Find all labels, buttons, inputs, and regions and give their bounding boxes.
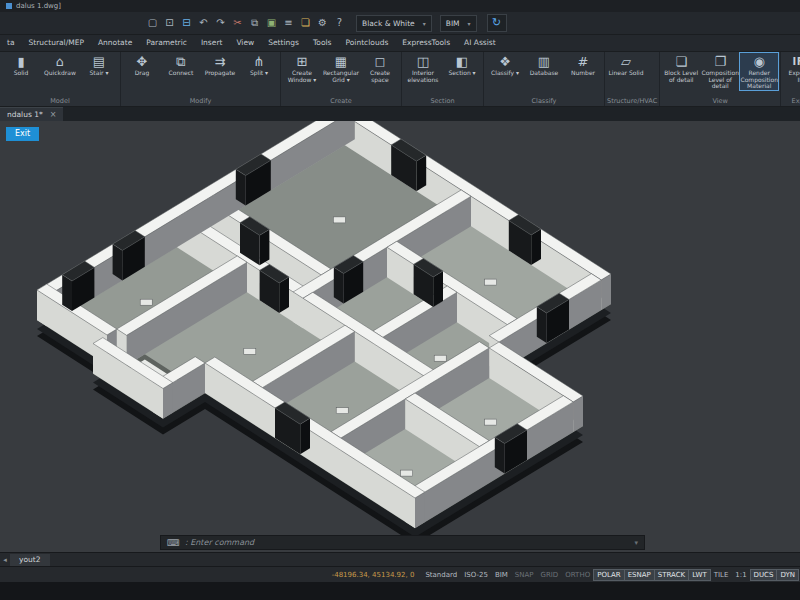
copy-icon[interactable]: ⧉ xyxy=(246,15,263,31)
ribbon-buttons-row: ◫Interior elevations◧Section ▾ xyxy=(404,53,481,96)
ribbon-button-connect[interactable]: ⧉Connect xyxy=(162,53,200,77)
menu-tab-view[interactable]: View xyxy=(229,35,261,51)
ribbon-button-split[interactable]: ⋔Split ▾ xyxy=(240,53,278,77)
status-toggle-bim[interactable]: BIM xyxy=(492,570,511,580)
rectangular-grid-icon: ▦ xyxy=(335,54,347,70)
ribbon-button-label: Block Level of detail xyxy=(663,70,699,83)
menu-tab-ta[interactable]: ta xyxy=(0,35,22,51)
viewport-canvas[interactable] xyxy=(0,121,800,552)
close-icon[interactable]: × xyxy=(50,108,57,121)
status-toggle-snap[interactable]: SNAP xyxy=(512,570,537,580)
ribbon-button-drag[interactable]: ✥Drag xyxy=(123,53,161,77)
undo-icon[interactable]: ↶ xyxy=(195,15,212,31)
ribbon-group-model: ▮Solid⌂Quickdraw▤Stair ▾Model xyxy=(0,52,121,106)
exit-button[interactable]: Exit xyxy=(6,127,39,141)
status-toggle-ortho[interactable]: ORTHO xyxy=(562,570,593,580)
redo-icon[interactable]: ↷ xyxy=(212,15,229,31)
document-tab-bar: ndalus 1* × xyxy=(0,107,800,121)
split-icon: ⋔ xyxy=(254,54,265,70)
ribbon-button-label: Composition Level of detail xyxy=(701,70,738,90)
status-toggle-lwt[interactable]: LWT xyxy=(689,570,709,580)
layers-icon[interactable]: ❏ xyxy=(297,15,314,31)
menu-tab-expresstools[interactable]: ExpressTools xyxy=(395,35,457,51)
menu-tab-tools[interactable]: Tools xyxy=(306,35,338,51)
visual-style-dropdown[interactable]: Black & White ▾ xyxy=(356,15,432,32)
ribbon-button-composition-level-of-detail[interactable]: ❐Composition Level of detail xyxy=(701,53,739,90)
sync-icon[interactable]: ↻ xyxy=(487,14,507,32)
ribbon-button-solid[interactable]: ▮Solid xyxy=(2,53,40,77)
menu-tab-insert[interactable]: Insert xyxy=(194,35,230,51)
ribbon-button-export-to-ifc[interactable]: IFCExport to IFC xyxy=(783,53,800,83)
menu-tab-annotate[interactable]: Annotate xyxy=(91,35,139,51)
ribbon-button-linear-solid[interactable]: ▱Linear Solid xyxy=(607,53,645,77)
help-icon[interactable]: ? xyxy=(331,15,348,31)
save-file-icon[interactable]: ⊟ xyxy=(178,15,195,31)
status-toggle-tile[interactable]: TILE xyxy=(711,570,732,580)
properties-icon[interactable]: ≡ xyxy=(280,15,297,31)
ribbon-buttons-row: ▮Solid⌂Quickdraw▤Stair ▾ xyxy=(2,53,118,96)
ribbon-button-create-window[interactable]: ⊞Create Window ▾ xyxy=(283,53,321,83)
ribbon-button-section[interactable]: ◧Section ▾ xyxy=(443,53,481,77)
status-toggle-grid[interactable]: GRID xyxy=(538,570,562,580)
ribbon-button-label: Propagate xyxy=(205,70,236,77)
layout-tab-bar: ◂ yout2 xyxy=(0,552,800,566)
document-tab[interactable]: ndalus 1* × xyxy=(0,107,63,121)
ribbon-button-quickdraw[interactable]: ⌂Quickdraw xyxy=(41,53,79,77)
ribbon-button-label: Section ▾ xyxy=(448,70,475,77)
settings-icon[interactable]: ⚙ xyxy=(314,15,331,31)
ribbon-button-label: Classify ▾ xyxy=(491,70,519,77)
layout-tab[interactable]: yout2 xyxy=(10,554,50,566)
ribbon-group-structure-hvac: ▱Linear SolidStructure/HVAC xyxy=(605,52,660,106)
ribbon-button-create-space[interactable]: ◻Create space xyxy=(361,53,399,83)
ribbon-group-label: View xyxy=(662,96,778,106)
ribbon-button-classify[interactable]: ❖Classify ▾ xyxy=(486,53,524,77)
solid-icon: ▮ xyxy=(17,54,24,70)
cut-icon[interactable]: ✂ xyxy=(229,15,246,31)
ribbon-button-render-composition-material[interactable]: ◉Render Composition Material xyxy=(740,53,778,90)
paste-icon[interactable]: ▣ xyxy=(263,15,280,31)
status-toggle-dyn[interactable]: DYN xyxy=(777,570,798,580)
menu-tab-structural-mep[interactable]: Structural/MEP xyxy=(22,35,91,51)
ribbon-button-database[interactable]: ▥Database xyxy=(525,53,563,77)
ribbon-button-interior-elevations[interactable]: ◫Interior elevations xyxy=(404,53,442,83)
taskbar-strip xyxy=(0,582,800,600)
ribbon-group-section: ◫Interior elevations◧Section ▾Section xyxy=(402,52,484,106)
ribbon-buttons-row: ⊞Create Window ▾▦Rectangular Grid ▾◻Crea… xyxy=(283,53,399,96)
create-space-icon: ◻ xyxy=(375,54,386,70)
ribbon-button-label: Database xyxy=(530,70,559,77)
menu-tab-parametric[interactable]: Parametric xyxy=(139,35,194,51)
ribbon-buttons-row: ▱Linear Solid xyxy=(607,53,657,96)
layout-scroll-left-icon[interactable]: ◂ xyxy=(0,556,10,564)
ribbon-button-propagate[interactable]: ⇉Propagate xyxy=(201,53,239,77)
ribbon-button-label: Export to IFC xyxy=(784,70,800,83)
command-expand-icon[interactable]: ▾ xyxy=(634,539,638,547)
status-toggle-strack[interactable]: STRACK xyxy=(655,570,688,580)
status-toggle-standard[interactable]: Standard xyxy=(422,570,460,580)
ribbon-button-block-level-of-detail[interactable]: ❏Block Level of detail xyxy=(662,53,700,83)
status-toggle-esnap[interactable]: ESNAP xyxy=(625,570,654,580)
ribbon-group-label: Structure/HVAC xyxy=(607,96,657,106)
status-toggle-ducs[interactable]: DUCS xyxy=(751,570,777,580)
connect-icon: ⧉ xyxy=(176,54,185,70)
status-toggle-iso-25[interactable]: ISO-25 xyxy=(461,570,491,580)
propagate-icon: ⇉ xyxy=(215,54,226,70)
open-file-icon[interactable]: ⊡ xyxy=(161,15,178,31)
ribbon-button-label: Render Composition Material xyxy=(740,70,777,90)
command-line[interactable]: ⌨ : Enter command ▾ xyxy=(160,535,645,550)
new-file-icon[interactable]: ▢ xyxy=(144,15,161,31)
ribbon-button-stair[interactable]: ▤Stair ▾ xyxy=(80,53,118,77)
menu-tab-settings[interactable]: Settings xyxy=(261,35,306,51)
workspace-dropdown[interactable]: BIM ▾ xyxy=(440,15,477,32)
window-title: dalus 1.dwg] xyxy=(16,0,61,12)
menu-tab-pointclouds[interactable]: Pointclouds xyxy=(338,35,395,51)
status-toggle-polar[interactable]: POLAR xyxy=(594,570,623,580)
ribbon-button-rectangular-grid[interactable]: ▦Rectangular Grid ▾ xyxy=(322,53,360,83)
coordinates-readout[interactable]: -48196.34, 45134.92, 0 xyxy=(332,571,415,579)
ribbon-button-number[interactable]: #Number xyxy=(564,53,602,77)
ribbon-button-label: Drag xyxy=(135,70,150,77)
status-toggle-1-1[interactable]: 1:1 xyxy=(732,570,749,580)
database-icon: ▥ xyxy=(538,54,550,70)
ribbon-button-label: Connect xyxy=(169,70,194,77)
status-bar: -48196.34, 45134.92, 0 StandardISO-25BIM… xyxy=(0,566,800,582)
menu-tab-ai-assist[interactable]: AI Assist xyxy=(457,35,503,51)
